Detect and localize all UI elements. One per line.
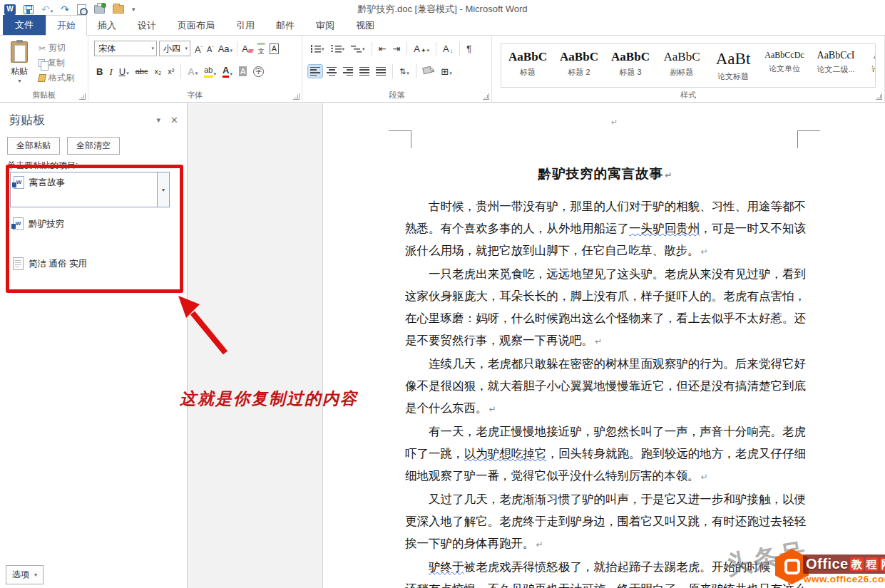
- decrease-indent-button[interactable]: ⇤: [377, 42, 389, 56]
- align-left-button[interactable]: [308, 65, 322, 78]
- pane-menu-chevron-down-icon[interactable]: ▾: [157, 115, 161, 125]
- font-size-select[interactable]: 小四▾: [159, 41, 190, 56]
- shading-button[interactable]: ▾: [421, 66, 437, 76]
- font-name-value: 宋体: [98, 43, 116, 55]
- print-preview-icon[interactable]: [77, 4, 86, 15]
- enclose-characters-button[interactable]: 字: [251, 65, 266, 78]
- shrink-font-button[interactable]: Aˇ: [205, 41, 216, 56]
- asian-layout-button[interactable]: A✦▾: [411, 42, 431, 56]
- bold-button[interactable]: B: [94, 65, 105, 78]
- open-folder-icon[interactable]: [113, 5, 124, 14]
- redo-icon[interactable]: ↷: [61, 4, 69, 14]
- main-area: 剪贴板 ▾ ✕ 全部粘贴 全部清空 单击要粘贴的项目: W寓言故事▾W黔驴技穷简…: [0, 103, 885, 588]
- chevron-down-icon: ▾: [18, 78, 21, 85]
- cut-button[interactable]: ✂剪切: [39, 42, 74, 54]
- save-icon[interactable]: [24, 5, 34, 14]
- character-border-button[interactable]: A: [267, 42, 281, 56]
- font-color-icon: A: [222, 65, 229, 78]
- align-right-icon: [343, 66, 353, 76]
- underline-button[interactable]: U▾: [117, 65, 131, 78]
- text-effects-icon: A: [188, 66, 194, 77]
- grow-font-button[interactable]: Aˆ: [193, 41, 205, 56]
- style-论文二级...[interactable]: AaBbCcI论文二级...: [811, 47, 861, 84]
- clipboard-item-dropdown[interactable]: ▾: [157, 172, 169, 207]
- qat-more-icon[interactable]: ▾: [132, 4, 135, 14]
- line-spacing-button[interactable]: ⇅▾: [397, 65, 411, 78]
- clipboard-item[interactable]: 简洁 通俗 实用: [10, 254, 170, 274]
- tab-引用[interactable]: 引用: [225, 16, 265, 35]
- clear-all-button[interactable]: 全部清空: [67, 137, 120, 155]
- style-preview: AaBbC: [605, 50, 655, 64]
- subscript-button[interactable]: x₂: [152, 65, 163, 78]
- strikethrough-button[interactable]: abc: [133, 65, 150, 78]
- paragraph-dialog-launcher[interactable]: [483, 93, 489, 100]
- borders-button[interactable]: ⊞▾: [439, 65, 454, 78]
- tab-页面布局[interactable]: 页面布局: [167, 16, 225, 35]
- tab-开始[interactable]: 开始: [46, 15, 87, 36]
- paste-button[interactable]: 粘贴 ▾: [3, 39, 36, 91]
- font-dialog-launcher[interactable]: [293, 93, 300, 100]
- clear-formatting-button[interactable]: A: [240, 42, 255, 56]
- separator: [237, 41, 237, 56]
- brush-icon: [38, 74, 46, 82]
- bold-icon: B: [96, 66, 103, 77]
- style-标题 3[interactable]: AaBbC标题 3: [605, 47, 655, 84]
- clipboard-item[interactable]: W寓言故事▾: [10, 172, 170, 207]
- bullet-list-button[interactable]: ▾: [308, 43, 327, 54]
- tab-设计[interactable]: 设计: [127, 16, 167, 35]
- copy-button[interactable]: 复制: [39, 57, 74, 69]
- chevron-down-icon: ▾: [230, 47, 233, 54]
- style-副标题[interactable]: AaBbC副标题: [657, 47, 707, 84]
- align-center-button[interactable]: [324, 65, 339, 78]
- font-name-select[interactable]: 宋体▾: [94, 41, 157, 56]
- clipboard-item[interactable]: W黔驴技穷: [10, 214, 170, 234]
- numbered-list-button[interactable]: ▾: [329, 43, 347, 54]
- tab-插入[interactable]: 插入: [87, 16, 127, 35]
- style-论文姓名[interactable]: AaBbC论文姓名: [862, 47, 876, 84]
- sort-button[interactable]: A↓: [441, 42, 455, 56]
- clipboard-options-button[interactable]: 选项 ▾: [6, 565, 44, 584]
- word-logo-icon[interactable]: W: [4, 4, 16, 15]
- superscript-button[interactable]: x²: [165, 65, 176, 78]
- chevron-down-icon: ▾: [427, 47, 430, 54]
- chevron-down-icon: ▾: [362, 46, 365, 53]
- italic-button[interactable]: I: [107, 65, 114, 78]
- character-shading-button[interactable]: A: [237, 65, 249, 78]
- increase-indent-button[interactable]: ⇥: [390, 42, 402, 56]
- distribute-icon: [376, 66, 386, 76]
- align-justify-button[interactable]: [357, 65, 372, 78]
- style-论文标题[interactable]: AaBt论文标题: [708, 47, 758, 84]
- format-painter-button[interactable]: 格式刷: [39, 72, 74, 84]
- document-page[interactable]: ↵ 黔驴技穷的寓言故事↵ 古时候，贵州一带没有驴，那里的人们对于驴的相貌、习性、…: [323, 103, 885, 588]
- pane-close-icon[interactable]: ✕: [170, 115, 178, 125]
- clipboard-dialog-launcher[interactable]: [79, 93, 86, 100]
- paste-label: 粘贴: [11, 66, 28, 78]
- clear-formatting-icon: A: [242, 43, 253, 54]
- phonetic-guide-button[interactable]: wén文: [255, 39, 267, 58]
- text-effects-button[interactable]: A▾: [185, 65, 200, 78]
- tab-邮件[interactable]: 邮件: [265, 16, 305, 35]
- font-color-button[interactable]: A▾: [220, 63, 235, 79]
- tab-视图[interactable]: 视图: [345, 16, 385, 35]
- multilevel-list-button[interactable]: ▾: [349, 43, 367, 54]
- tab-文件[interactable]: 文件: [3, 15, 46, 35]
- style-论文单位[interactable]: AaBbCcDc论文单位: [759, 47, 809, 84]
- ribbon-tabs: 文件开始插入设计页面布局引用邮件审阅视图: [0, 17, 885, 36]
- change-case-button[interactable]: Aa▾: [216, 42, 235, 56]
- tab-审阅[interactable]: 审阅: [305, 16, 345, 35]
- show-marks-button[interactable]: ¶: [464, 42, 474, 56]
- style-标题 2[interactable]: AaBbC标题 2: [554, 47, 604, 84]
- clipboard-group-label: 剪贴板: [0, 90, 88, 100]
- style-标题[interactable]: AaBbC标题: [503, 47, 553, 84]
- margin-crop-mark-left: [389, 130, 411, 148]
- margin-crop-mark-right: [797, 130, 820, 148]
- undo-icon[interactable]: ↶▾: [41, 4, 53, 14]
- distribute-button[interactable]: [374, 65, 388, 78]
- clipboard-item-label: 黔驴技穷: [29, 218, 64, 230]
- styles-dialog-launcher[interactable]: [876, 93, 882, 100]
- text-highlight-button[interactable]: ab▾: [202, 63, 218, 79]
- document-body[interactable]: 黔驴技穷的寓言故事↵ 古时候，贵州一带没有驴，那里的人们对于驴的相貌、习性、用途…: [405, 163, 806, 588]
- paste-all-button[interactable]: 全部粘贴: [7, 137, 60, 155]
- align-right-button[interactable]: [341, 65, 355, 78]
- quick-print-icon[interactable]: [94, 5, 105, 14]
